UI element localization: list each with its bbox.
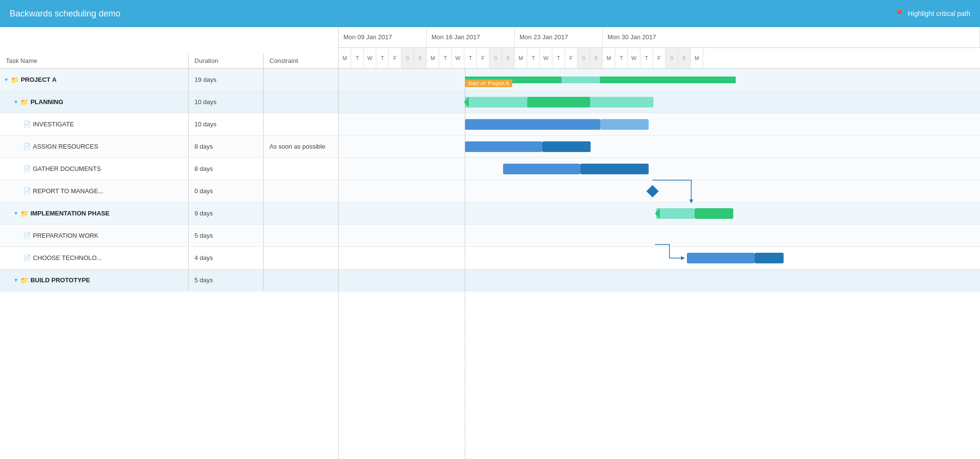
table-row: 📄 REPORT TO MANAGE... 0 days	[0, 180, 338, 202]
pin-icon: 📍	[894, 9, 904, 18]
table-row: 📄 INVESTIGATE 10 days	[0, 113, 338, 136]
connector-svg	[653, 113, 749, 203]
week-row: Mon 09 Jan 2017 Mon 16 Jan 2017 Mon 23 J…	[339, 27, 980, 48]
task-name-cell: ▼ 📁 IMPLEMENTATION PHASE	[0, 202, 189, 224]
task-constraint-cell: As soon as possible	[264, 136, 338, 157]
day-row: MTWTFSSMTWTFSSMTWTFSSMTWTFSSM	[339, 48, 980, 69]
task-constraint-cell	[264, 225, 338, 246]
week-cell-4: Mon 30 Jan 2017	[603, 27, 980, 47]
task-duration-cell: 0 days	[189, 180, 264, 202]
main-container: Task Name Duration Constraint ▼ 📁 PROJEC…	[0, 27, 980, 459]
gantt-row	[339, 180, 980, 202]
chevron-down-icon[interactable]: ▼	[14, 277, 18, 283]
task-duration-cell: 8 days	[189, 136, 264, 157]
col-duration-header: Duration	[189, 53, 264, 68]
folder-icon: 📁	[20, 98, 29, 106]
col-name-header: Task Name	[0, 53, 189, 68]
gantt-bar-gather-darker[interactable]	[580, 164, 649, 174]
day-cell: M	[427, 48, 439, 69]
folder-icon: 📁	[20, 210, 29, 217]
highlight-critical-path-button[interactable]: 📍 Highlight critical path	[894, 9, 970, 18]
table-row: 📄 ASSIGN RESOURCES 8 days As soon as pos…	[0, 136, 338, 158]
task-name-cell: 📄 REPORT TO MANAGE...	[0, 180, 189, 202]
week-cell-1: Mon 09 Jan 2017	[339, 27, 427, 47]
task-duration-cell: 4 days	[189, 247, 264, 269]
task-duration-cell: 5 days	[189, 225, 264, 246]
folder-icon: 📁	[11, 76, 19, 84]
gantt-row	[339, 269, 980, 291]
day-cell: S	[414, 48, 427, 69]
file-icon: 📄	[23, 121, 31, 128]
day-cell: M	[339, 48, 351, 69]
folder-icon: 📁	[20, 276, 29, 284]
gantt-bar-planning-dark[interactable]	[527, 97, 590, 107]
highlight-btn-label: Highlight critical path	[908, 10, 970, 17]
task-name-cell: ▼ 📁 PLANNING	[0, 91, 189, 113]
gantt-rows: Start of: Project A	[339, 69, 980, 459]
task-name-text: INVESTIGATE	[33, 121, 74, 128]
task-constraint-cell	[264, 91, 338, 113]
gantt-bar-impl-dark[interactable]	[695, 208, 733, 219]
day-cell: F	[389, 48, 401, 69]
task-name-text: PLANNING	[30, 98, 63, 106]
task-name-text: PROJECT A	[21, 76, 57, 83]
task-name-cell: 📄 PREPARATION WORK	[0, 225, 189, 246]
task-name-text: ASSIGN RESOURCES	[33, 143, 98, 150]
table-row: 📄 PREPARATION WORK 5 days	[0, 225, 338, 247]
task-name-text: CHOOSE TECHNOLO...	[33, 254, 102, 261]
task-constraint-cell	[264, 269, 338, 291]
table-row: 📄 GATHER DOCUMENTS 8 days	[0, 158, 338, 180]
gantt-bar-assign[interactable]	[465, 141, 542, 152]
gantt-bar-impl-light[interactable]	[656, 208, 695, 219]
file-icon: 📄	[23, 165, 31, 172]
day-cell: S	[666, 48, 678, 69]
gantt-bar-choose[interactable]	[687, 253, 755, 263]
task-constraint-cell	[264, 158, 338, 180]
day-cell: T	[615, 48, 628, 69]
task-duration-cell: 8 days	[189, 158, 264, 180]
task-name-text: GATHER DOCUMENTS	[33, 165, 101, 172]
gantt-bar-investigate[interactable]	[465, 119, 600, 130]
task-duration-cell: 10 days	[189, 91, 264, 113]
task-name-text: BUILD PROTOTYPE	[30, 276, 90, 284]
day-cell: T	[640, 48, 653, 69]
task-name-text: IMPLEMENTATION PHASE	[30, 210, 109, 217]
gantt-bar-investigate-light[interactable]	[600, 119, 649, 130]
day-cell: T	[376, 48, 389, 69]
svg-marker-0	[689, 199, 693, 203]
table-row: ▼ 📁 PROJECT A 19 days	[0, 69, 338, 91]
day-cell: F	[477, 48, 490, 69]
gantt-bar-gather[interactable]	[503, 164, 580, 174]
task-name-cell: 📄 ASSIGN RESOURCES	[0, 136, 189, 157]
table-row: ▼ 📁 IMPLEMENTATION PHASE 9 days	[0, 202, 338, 225]
day-cell: S	[502, 48, 515, 69]
chevron-down-icon[interactable]: ▼	[14, 211, 18, 216]
day-cell: T	[552, 48, 565, 69]
planning-start-arrow	[464, 97, 469, 107]
task-duration-cell: 5 days	[189, 269, 264, 291]
chevron-down-icon[interactable]: ▼	[4, 77, 9, 82]
file-icon: 📄	[23, 254, 31, 261]
gantt-bar-assign-darker[interactable]	[542, 141, 591, 152]
file-icon: 📄	[23, 143, 31, 150]
task-constraint-cell	[264, 202, 338, 224]
task-name-cell: 📄 CHOOSE TECHNOLO...	[0, 247, 189, 269]
start-label: Start of: Project A	[465, 79, 512, 87]
file-icon: 📄	[23, 232, 31, 239]
col-constraint-header: Constraint	[264, 53, 338, 68]
gantt-bar-choose-dark[interactable]	[755, 253, 784, 263]
app-title: Backwards scheduling demo	[10, 9, 120, 19]
week-cell-2: Mon 16 Jan 2017	[427, 27, 515, 47]
day-cell: S	[678, 48, 691, 69]
day-cell: S	[401, 48, 414, 69]
chevron-down-icon[interactable]: ▼	[14, 99, 18, 105]
day-cell: W	[452, 48, 464, 69]
task-constraint-cell	[264, 247, 338, 269]
table-row: ▼ 📁 BUILD PROTOTYPE 5 days	[0, 269, 338, 291]
task-constraint-cell	[264, 113, 338, 135]
day-cell: S	[578, 48, 590, 69]
week-cell-3: Mon 23 Jan 2017	[515, 27, 603, 47]
day-cell: M	[603, 48, 615, 69]
day-cell: W	[540, 48, 552, 69]
gantt-bar-project-right[interactable]	[600, 76, 736, 83]
